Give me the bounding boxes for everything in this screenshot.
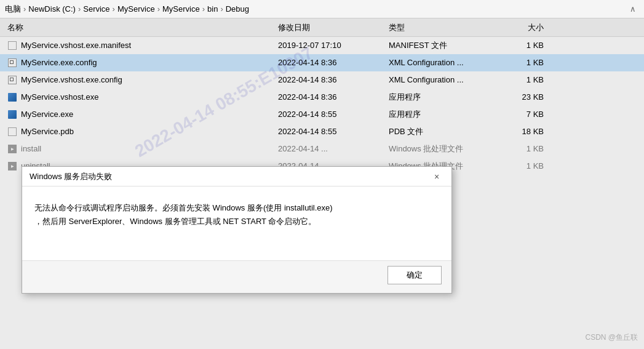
file-explorer: 名称 修改日期 类型 大小 MyService.vshost.exe.manif…	[0, 18, 644, 349]
breadcrumb-drive: NewDisk (C:)	[28, 4, 76, 14]
breadcrumb-debug: Debug	[226, 4, 249, 14]
breadcrumb-myservice1: MyService	[117, 4, 155, 14]
dialog-title: Windows 服务启动失败	[30, 171, 112, 182]
address-bar: 电脑 › NewDisk (C:) › Service › MyService …	[0, 0, 644, 18]
breadcrumb: 电脑 › NewDisk (C:) › Service › MyService …	[5, 4, 249, 15]
dialog-titlebar: Windows 服务启动失败 ×	[22, 167, 451, 187]
breadcrumb-pc: 电脑	[5, 4, 21, 15]
error-dialog: Windows 服务启动失败 × 无法从命令行或调试程序启动服务。必须首先安装 …	[22, 166, 452, 294]
dialog-message: 无法从命令行或调试程序启动服务。必须首先安装 Windows 服务(使用 ins…	[34, 201, 439, 228]
dialog-body: 无法从命令行或调试程序启动服务。必须首先安装 Windows 服务(使用 ins…	[22, 187, 451, 260]
breadcrumb-bin: bin	[207, 4, 218, 14]
breadcrumb-myservice2: MyService	[162, 4, 200, 14]
dialog-footer: 确定	[22, 260, 451, 293]
dialog-ok-button[interactable]: 确定	[388, 266, 442, 284]
dialog-close-button[interactable]: ×	[429, 169, 444, 184]
up-arrow-icon: ∧	[627, 4, 639, 14]
breadcrumb-service: Service	[83, 4, 109, 14]
